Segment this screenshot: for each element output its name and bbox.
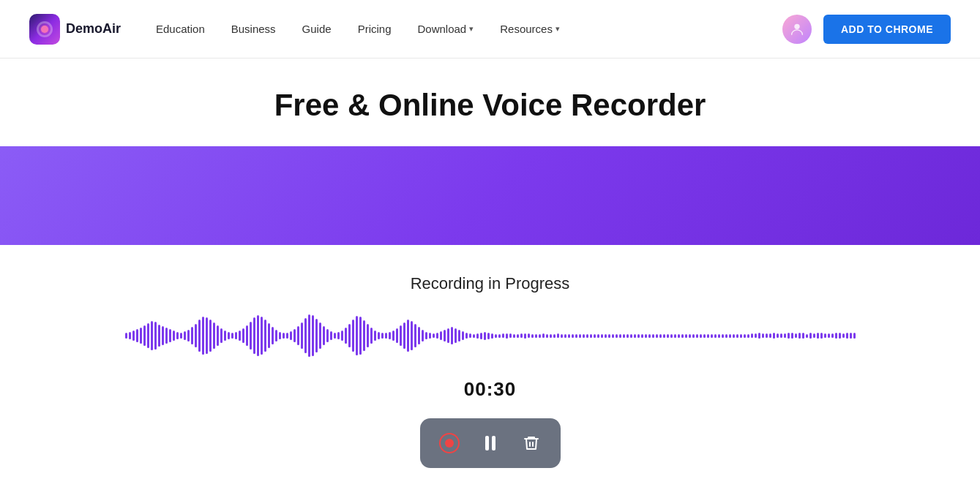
waveform-bar (143, 325, 146, 346)
waveform-bar (286, 333, 288, 339)
waveform-bar (711, 334, 713, 338)
waveform-bar (400, 325, 402, 346)
waveform-bar (414, 324, 416, 347)
waveform-bar (129, 332, 131, 339)
waveform-bar (392, 331, 394, 341)
waveform-bar (758, 333, 760, 339)
waveform-bar (334, 333, 336, 339)
waveform-bar (198, 320, 201, 352)
waveform-bar (330, 331, 332, 340)
waveform-bar (301, 322, 303, 349)
waveform-bar (784, 333, 786, 337)
waveform-bar (762, 333, 764, 339)
stop-dot-icon (445, 439, 454, 448)
waveform-bar (663, 334, 665, 338)
waveform-bar (162, 326, 164, 345)
waveform-bar (681, 334, 684, 338)
waveform-bar (257, 315, 259, 356)
waveform-bar (700, 334, 702, 338)
waveform-bar (231, 333, 233, 339)
waveform-bar (842, 333, 845, 338)
waveform-bar (839, 333, 841, 338)
waveform-bar (396, 328, 398, 343)
waveform-bar (476, 333, 479, 339)
waveform-bar (297, 326, 299, 345)
waveform-bar (626, 334, 629, 338)
waveform-bar (634, 334, 636, 338)
recording-status-text: Recording in Progress (411, 274, 570, 293)
waveform-bar (531, 334, 534, 338)
waveform-bar (359, 317, 362, 355)
waveform-bar (261, 317, 263, 355)
waveform-bar (487, 333, 490, 339)
waveform-bar (509, 333, 512, 338)
waveform-bar (363, 320, 365, 351)
waveform-bar (824, 333, 826, 339)
waveform-bar (714, 334, 717, 338)
avatar[interactable] (782, 15, 812, 44)
waveform-bar (480, 333, 482, 339)
waveform-bar (378, 332, 380, 339)
waveform-bar (381, 333, 384, 339)
waveform-bar (169, 329, 171, 342)
waveform-bar (835, 333, 837, 339)
trash-icon (523, 434, 540, 452)
waveform-bar (561, 334, 563, 338)
waveform-bar (755, 333, 757, 338)
waveform-bar (769, 333, 771, 337)
waveform-bar (455, 328, 457, 343)
waveform-bar (425, 332, 427, 339)
waveform-bar (550, 334, 552, 338)
waveform-bar (542, 333, 545, 338)
nav-download[interactable]: Download ▾ (406, 17, 486, 41)
waveform-bar (440, 331, 442, 340)
waveform-bar (689, 334, 691, 338)
stop-circle-icon (439, 433, 460, 453)
waveform-bar (246, 325, 248, 346)
waveform-bar (586, 334, 588, 338)
waveform-bar (820, 333, 823, 339)
waveform-bar (612, 334, 614, 338)
nav-education[interactable]: Education (144, 17, 217, 41)
nav-business[interactable]: Business (220, 17, 288, 41)
waveform-bar (370, 328, 373, 344)
waveform-bar (326, 329, 329, 342)
waveform-bar (308, 314, 310, 357)
waveform-bar (411, 321, 413, 350)
waveform-bar (315, 319, 318, 352)
waveform-bar (583, 334, 585, 338)
logo[interactable]: DemoAir (29, 14, 121, 45)
waveform-bar (817, 333, 819, 339)
waveform-bar (667, 334, 669, 338)
waveform-bar (740, 334, 742, 338)
logo-text: DemoAir (66, 21, 121, 37)
add-to-chrome-button[interactable]: ADD TO CHROME (823, 15, 951, 44)
waveform-bar (253, 317, 255, 354)
waveform-bar (747, 334, 749, 338)
pause-button[interactable] (473, 426, 508, 461)
waveform-bar (498, 334, 501, 338)
waveform-bar (217, 325, 219, 346)
timer-display: 00:30 (464, 378, 517, 401)
nav-resources[interactable]: Resources ▾ (488, 17, 572, 41)
delete-button[interactable] (514, 426, 549, 461)
waveform-bar (524, 333, 526, 339)
waveform-bar (850, 333, 852, 339)
waveform-bar (703, 334, 706, 338)
waveform-bar (352, 320, 354, 352)
waveform-bar (158, 325, 160, 347)
waveform-bar (645, 334, 647, 338)
waveform-bar (304, 318, 307, 353)
page-title: Free & Online Voice Recorder (274, 88, 706, 123)
waveform-bar (213, 322, 215, 349)
nav-guide[interactable]: Guide (291, 17, 343, 41)
waveform-bar (125, 333, 127, 339)
waveform-bar (348, 324, 351, 347)
waveform-bar (813, 333, 815, 339)
waveform-bar (809, 333, 812, 339)
waveform-bar (279, 332, 281, 339)
waveform-bar (605, 334, 607, 338)
waveform-bar (608, 334, 610, 338)
nav-pricing[interactable]: Pricing (346, 17, 403, 41)
stop-button[interactable] (432, 426, 467, 461)
